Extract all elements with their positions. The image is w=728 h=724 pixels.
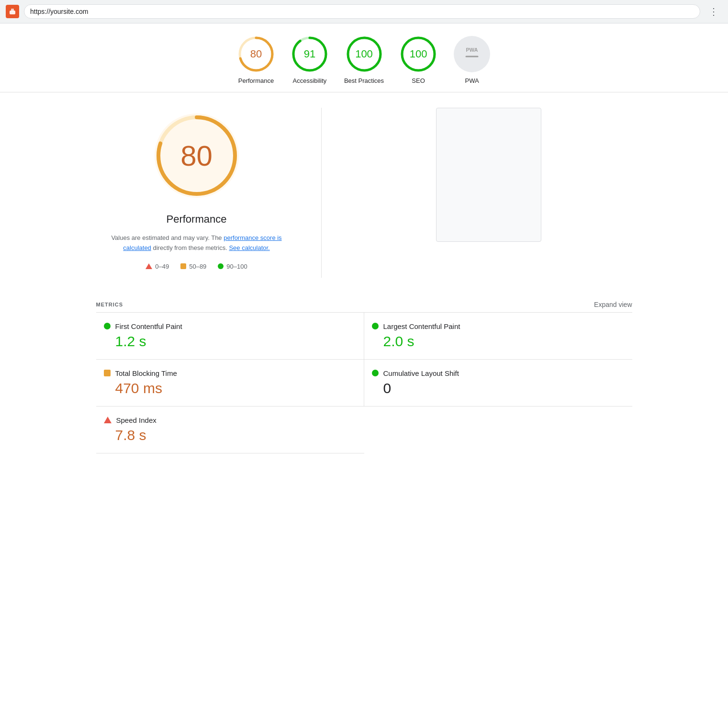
metrics-title: METRICS (96, 302, 123, 307)
score-label-pwa: PWA (465, 77, 479, 84)
main-content: 80 Performance Values are estimated and … (77, 92, 651, 293)
svg-point-13 (454, 36, 490, 72)
metric-header-cls: Cumulative Layout Shift (372, 369, 625, 377)
metrics-section: METRICS Expand view First Contentful Pai… (77, 293, 651, 473)
metric-name-tbt: Total Blocking Time (115, 369, 177, 377)
big-gauge: 80 (149, 108, 245, 204)
right-panel (346, 108, 632, 278)
browser-menu-icon[interactable]: ⋮ (705, 4, 722, 19)
metric-card-cls: Cumulative Layout Shift 0 (364, 360, 632, 407)
metric-value-si: 7.8 s (115, 427, 349, 443)
score-item-best-practices[interactable]: 100 Best Practices (344, 35, 384, 84)
metric-value-fcp: 1.2 s (115, 333, 348, 350)
score-ring-pwa: PWA (453, 35, 491, 73)
metric-dot-tbt (104, 370, 111, 376)
screenshot-placeholder (436, 108, 541, 242)
legend-range-green: 90–100 (226, 263, 247, 270)
score-value-accessibility: 91 (304, 48, 315, 60)
metric-dot-si (104, 417, 112, 423)
score-ring-accessibility: 91 (291, 35, 329, 73)
score-value-seo: 100 (410, 48, 427, 60)
metrics-grid: First Contentful Paint 1.2 s Largest Con… (96, 313, 632, 453)
metric-value-lcp: 2.0 s (383, 333, 625, 350)
metric-dot-cls (372, 370, 379, 376)
score-item-accessibility[interactable]: 91 Accessibility (291, 35, 329, 84)
score-label-seo: SEO (412, 77, 425, 84)
legend-range-orange: 50–89 (189, 263, 206, 270)
metric-name-cls: Cumulative Layout Shift (383, 369, 459, 377)
browser-bar: 🔶 https://yoursite.com ⋮ (0, 0, 728, 23)
metric-header-fcp: First Contentful Paint (104, 322, 348, 330)
score-item-seo[interactable]: 100 SEO (399, 35, 437, 84)
metric-card-lcp: Largest Contentful Paint 2.0 s (364, 313, 632, 360)
score-label-performance: Performance (238, 77, 274, 84)
metric-value-cls: 0 (383, 380, 625, 396)
score-label-accessibility: Accessibility (293, 77, 327, 84)
legend-item-green: 90–100 (218, 263, 247, 270)
metric-header-tbt: Total Blocking Time (104, 369, 348, 377)
score-ring-seo: 100 (399, 35, 437, 73)
legend: 0–49 50–89 90–100 (146, 263, 247, 270)
legend-orange-icon (180, 263, 186, 269)
score-header: 80 Performance 91 Accessibility 100 Best… (0, 23, 728, 92)
description-text-plain: Values are estimated and may vary. The (111, 234, 222, 241)
vertical-divider (321, 108, 322, 278)
metric-card-si: Speed Index 7.8 s (96, 407, 364, 453)
svg-text:PWA: PWA (466, 47, 478, 53)
performance-title: Performance (167, 213, 227, 226)
big-score-value: 80 (180, 139, 213, 172)
metric-dot-fcp (104, 323, 111, 329)
metric-card-fcp: First Contentful Paint 1.2 s (96, 313, 364, 360)
browser-logo: 🔶 (6, 5, 19, 18)
metrics-header: METRICS Expand view (96, 293, 632, 313)
legend-green-icon (218, 263, 224, 269)
legend-red-icon (146, 263, 152, 269)
score-label-best-practices: Best Practices (344, 77, 384, 84)
legend-range-red: 0–49 (155, 263, 169, 270)
score-value-performance: 80 (250, 48, 262, 60)
left-panel: 80 Performance Values are estimated and … (96, 108, 297, 278)
metric-card-tbt: Total Blocking Time 470 ms (96, 360, 364, 407)
score-item-pwa[interactable]: PWA PWA (453, 35, 491, 84)
score-value-best-practices: 100 (355, 48, 373, 60)
svg-rect-4 (11, 9, 14, 11)
metric-value-tbt: 470 ms (115, 380, 348, 396)
expand-view-button[interactable]: Expand view (594, 301, 632, 308)
metric-header-lcp: Largest Contentful Paint (372, 322, 625, 330)
metric-name-fcp: First Contentful Paint (115, 322, 182, 330)
calculator-link[interactable]: See calculator. (229, 244, 269, 251)
metric-dot-lcp (372, 323, 379, 329)
score-ring-best-practices: 100 (345, 35, 383, 73)
metric-name-si: Speed Index (116, 416, 157, 424)
metric-name-lcp: Largest Contentful Paint (383, 322, 460, 330)
legend-item-orange: 50–89 (180, 263, 206, 270)
score-ring-performance: 80 (237, 35, 275, 73)
url-bar[interactable]: https://yoursite.com (24, 4, 700, 19)
description-text-middle: directly from these metrics. (153, 244, 227, 251)
legend-item-red: 0–49 (146, 263, 169, 270)
score-item-performance[interactable]: 80 Performance (237, 35, 275, 84)
performance-description: Values are estimated and may vary. The p… (106, 233, 288, 253)
metric-header-si: Speed Index (104, 416, 349, 424)
